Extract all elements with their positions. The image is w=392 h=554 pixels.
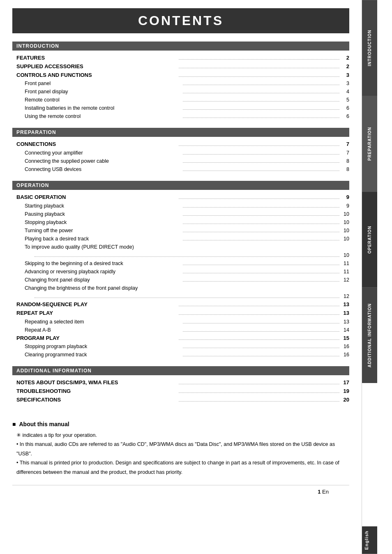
toc-notes-discs: NOTES ABOUT DISCS/MP3, WMA FILES 17	[16, 379, 349, 387]
toc-random-sequence: RANDOM-SEQUENCE PLAY 13	[16, 300, 349, 309]
page-title: CONTENTS	[12, 8, 349, 33]
toc-program-play: PROGRAM PLAY 15	[16, 334, 349, 343]
toc-playing-desired-track: Playing back a desired track 10	[16, 235, 349, 243]
toc-brightness-page: 12	[16, 292, 349, 300]
toc-troubleshooting: TROUBLESHOOTING 19	[16, 387, 349, 396]
operation-section: OPERATION BASIC OPERATION 9 Starting pla…	[12, 181, 349, 359]
about-bullet-cds: In this manual, audio CDs are referred t…	[16, 440, 349, 458]
toc-turning-off-power: Turning off the power 10	[16, 226, 349, 235]
sidebar-tab-preparation: PREPARATION	[362, 96, 377, 192]
about-bullet-tip: ✳ indicates a tip for your operation.	[16, 431, 349, 440]
sidebar-tab-additional: ADDITIONAL INFORMATION	[362, 287, 377, 383]
toc-basic-operation: BASIC OPERATION 9	[16, 193, 349, 202]
introduction-header: INTRODUCTION	[12, 42, 349, 51]
right-sidebar: INTRODUCTION PREPARATION OPERATION ADDIT…	[362, 0, 377, 554]
additional-header: ADDITIONAL INFORMATION	[12, 366, 349, 375]
toc-connecting-usb: Connecting USB devices 8	[16, 165, 349, 173]
about-manual-title: About this manual	[12, 421, 349, 427]
toc-using-remote: Using the remote control 6	[16, 112, 349, 120]
toc-advancing-reversing: Advancing or reversing playback rapidly …	[16, 268, 349, 276]
toc-clearing-program: Clearing programmed track 16	[16, 351, 349, 359]
toc-specifications: SPECIFICATIONS 20	[16, 396, 349, 404]
toc-front-panel-display: Front panel display 4	[16, 88, 349, 96]
toc-repeat-play: REPEAT PLAY 13	[16, 309, 349, 318]
toc-pure-direct-page: 10	[16, 251, 349, 259]
additional-section: ADDITIONAL INFORMATION NOTES ABOUT DISCS…	[12, 366, 349, 404]
page-number: 1 En	[318, 489, 329, 495]
toc-changing-front-panel: Changing front panel display 12	[16, 276, 349, 284]
toc-remote-control: Remote control 5	[16, 96, 349, 104]
bottom-bar: 1 En	[12, 485, 349, 498]
toc-supplied-accessories: SUPPLIED ACCESSORIES 2	[16, 62, 349, 71]
toc-pure-direct: To improve audio quality (PURE DIRECT mo…	[16, 243, 349, 251]
additional-toc: NOTES ABOUT DISCS/MP3, WMA FILES 17 TROU…	[12, 379, 349, 404]
toc-pausing-playback: Pausing playback 10	[16, 210, 349, 218]
about-bullet-printed: This manual is printed prior to producti…	[16, 458, 349, 477]
toc-stopping-playback: Stopping playback 10	[16, 218, 349, 226]
preparation-header: PREPARATION	[12, 128, 349, 137]
english-tab: English	[362, 526, 377, 554]
preparation-toc: CONNECTIONS 7 Connecting your amplifier …	[12, 140, 349, 173]
toc-brightness: Changing the brightness of the front pan…	[16, 284, 349, 292]
toc-connecting-amplifier: Connecting your amplifier 7	[16, 149, 349, 157]
toc-stopping-program: Stopping program playback 16	[16, 342, 349, 351]
sidebar-tab-introduction: INTRODUCTION	[362, 0, 377, 96]
toc-front-panel: Front panel 3	[16, 79, 349, 88]
toc-installing-batteries: Installing batteries in the remote contr…	[16, 104, 349, 112]
about-manual-section: About this manual ✳ indicates a tip for …	[12, 417, 349, 477]
toc-features: FEATURES 2	[16, 54, 349, 62]
toc-controls-functions: CONTROLS AND FUNCTIONS 3	[16, 71, 349, 80]
introduction-toc: FEATURES 2 SUPPLIED ACCESSORIES 2 CONTRO…	[12, 54, 349, 120]
operation-toc: BASIC OPERATION 9 Starting playback 9 Pa…	[12, 193, 349, 359]
toc-starting-playback: Starting playback 9	[16, 202, 349, 210]
toc-connecting-power: Connecting the supplied power cable 8	[16, 157, 349, 165]
operation-header: OPERATION	[12, 181, 349, 190]
toc-repeating-selected: Repeating a selected item 13	[16, 318, 349, 326]
toc-repeat-ab: Repeat A-B 14	[16, 326, 349, 334]
preparation-section: PREPARATION CONNECTIONS 7 Connecting you…	[12, 128, 349, 173]
toc-skipping-track: Skipping to the beginning of a desired t…	[16, 259, 349, 268]
about-bullets: ✳ indicates a tip for your operation. In…	[12, 431, 349, 477]
toc-connections: CONNECTIONS 7	[16, 140, 349, 149]
introduction-section: INTRODUCTION FEATURES 2 SUPPLIED ACCESSO…	[12, 42, 349, 120]
sidebar-tab-operation: OPERATION	[362, 192, 377, 287]
